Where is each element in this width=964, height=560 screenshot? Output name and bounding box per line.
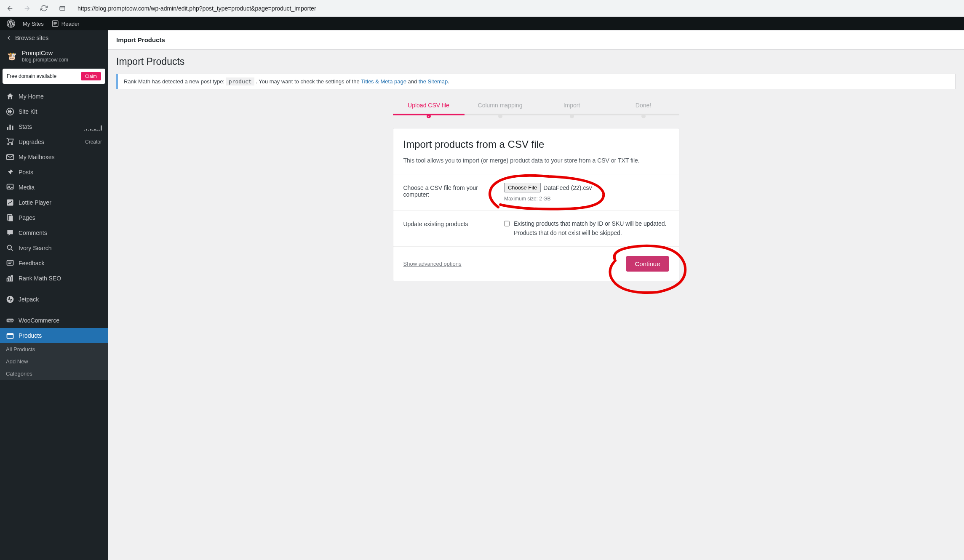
sidebar-item-rank-math-seo[interactable]: Rank Math SEO: [0, 271, 108, 286]
sidebar-item-woocommerce[interactable]: WOOWooCommerce: [0, 313, 108, 328]
sidebar-item-posts[interactable]: Posts: [0, 165, 108, 180]
lottie-icon: [6, 198, 14, 207]
sidebar-item-media[interactable]: Media: [0, 180, 108, 195]
svg-rect-9: [9, 125, 11, 130]
stats-icon: [6, 123, 14, 131]
submenu-add-new[interactable]: Add New: [0, 355, 108, 368]
svg-rect-16: [9, 216, 13, 221]
url-bar[interactable]: https://blog.promptcow.com/wp-admin/edit…: [73, 3, 960, 14]
sidebar-item-label: Products: [19, 332, 102, 339]
claim-domain-button[interactable]: Claim: [81, 72, 101, 80]
step-import: Import: [536, 102, 608, 115]
sidebar-item-products[interactable]: Products: [0, 328, 108, 343]
cart-icon: [6, 138, 14, 146]
toolbar-wp-logo[interactable]: [3, 17, 19, 30]
sidebar-item-label: Feedback: [19, 260, 102, 267]
search-icon: [6, 244, 14, 252]
sidebar-item-label: Lottie Player: [19, 199, 102, 206]
step-upload-csv: Upload CSV file: [393, 102, 465, 115]
update-existing-description: Existing products that match by ID or SK…: [514, 219, 669, 238]
sidebar-item-label: Jetpack: [19, 296, 102, 303]
header-title: Import Products: [116, 36, 956, 43]
media-icon: [6, 183, 14, 192]
sidebar-item-label: Ivory Search: [19, 245, 102, 251]
sidebar-item-label: Comments: [19, 229, 102, 236]
sidebar-item-ivory-search[interactable]: Ivory Search: [0, 240, 108, 256]
rankmath-notice: Rank Math has detected a new post type: …: [116, 74, 956, 89]
sidebar-badge: Creator: [85, 139, 102, 145]
show-advanced-options-link[interactable]: Show advanced options: [403, 261, 462, 267]
sidebar-item-stats[interactable]: Stats: [0, 119, 108, 134]
browser-forward-button[interactable]: [21, 3, 33, 14]
sidebar-item-label: Media: [19, 184, 102, 191]
main-content: Import Products Import Products Rank Mat…: [108, 30, 964, 560]
sidebar-item-label: Upgrades: [19, 139, 81, 145]
svg-line-18: [11, 249, 13, 251]
sidebar-item-label: Rank Math SEO: [19, 275, 102, 282]
domain-upsell-text: Free domain available: [7, 73, 56, 79]
home-icon: [6, 92, 14, 101]
importer-card: Import products from a CSV file This too…: [393, 128, 679, 281]
comment-icon: [6, 229, 14, 237]
feedback-icon: [6, 259, 14, 267]
update-existing-label: Update existing products: [403, 219, 504, 227]
browser-back-button[interactable]: [4, 3, 16, 14]
choose-file-button[interactable]: Choose File: [504, 183, 541, 192]
pages-icon: [6, 213, 14, 222]
step-column-mapping: Column mapping: [465, 102, 536, 115]
svg-rect-10: [12, 126, 13, 130]
svg-rect-19: [7, 260, 13, 265]
svg-rect-0: [60, 6, 65, 10]
submenu-all-products[interactable]: All Products: [0, 343, 108, 355]
svg-text:G: G: [8, 109, 11, 114]
toolbar-reader[interactable]: Reader: [48, 17, 83, 30]
woo-icon: WOO: [6, 316, 14, 325]
mail-icon: [6, 153, 14, 161]
svg-point-22: [7, 296, 14, 303]
stats-sparkline: [84, 123, 102, 131]
products-icon: [6, 331, 14, 340]
sidebar-item-upgrades[interactable]: UpgradesCreator: [0, 134, 108, 149]
domain-upsell-banner: Free domain available Claim: [3, 69, 105, 84]
sidebar-item-site-kit[interactable]: GSite Kit: [0, 104, 108, 119]
svg-rect-8: [7, 127, 8, 130]
sidebar-item-my-home[interactable]: My Home: [0, 89, 108, 104]
site-card[interactable]: 🐮 PromptCow blog.promptcow.com: [0, 45, 108, 67]
browser-chrome: https://blog.promptcow.com/wp-admin/edit…: [0, 0, 964, 17]
wp-admin-toolbar: My Sites Reader: [0, 17, 964, 30]
sidebar-item-pages[interactable]: Pages: [0, 210, 108, 225]
sidebar-item-label: WooCommerce: [19, 317, 102, 324]
site-settings-icon[interactable]: [56, 3, 68, 14]
content-header: Import Products: [108, 30, 964, 50]
sidebar-item-label: Pages: [19, 214, 102, 221]
sitemap-link[interactable]: the Sitemap: [419, 78, 448, 85]
sidebar-item-jetpack[interactable]: Jetpack: [0, 292, 108, 307]
sidebar-item-my-mailboxes[interactable]: My Mailboxes: [0, 149, 108, 165]
sidebar-item-lottie-player[interactable]: Lottie Player: [0, 195, 108, 210]
toolbar-my-sites[interactable]: My Sites: [19, 17, 47, 30]
site-name: PromptCow: [22, 50, 68, 56]
importer-progress-steps: Upload CSV file Column mapping Import Do…: [393, 102, 679, 115]
svg-rect-26: [7, 333, 13, 335]
jetpack-icon: [6, 295, 14, 304]
importer-title: Import products from a CSV file: [403, 139, 669, 150]
choose-file-label: Choose a CSV file from your computer:: [403, 183, 504, 198]
step-done: Done!: [608, 102, 679, 115]
page-title: Import Products: [116, 56, 956, 67]
pin-icon: [6, 168, 14, 176]
titles-meta-link[interactable]: Titles & Meta page: [361, 78, 406, 85]
sidebar-item-feedback[interactable]: Feedback: [0, 256, 108, 271]
browse-sites-link[interactable]: Browse sites: [0, 30, 108, 45]
google-icon: G: [6, 107, 14, 116]
continue-button[interactable]: Continue: [626, 256, 668, 272]
admin-sidebar: Browse sites 🐮 PromptCow blog.promptcow.…: [0, 30, 108, 560]
site-url: blog.promptcow.com: [22, 57, 68, 63]
sidebar-item-label: Posts: [19, 169, 102, 176]
svg-text:WOO: WOO: [7, 319, 14, 322]
submenu-categories[interactable]: Categories: [0, 368, 108, 380]
update-existing-checkbox[interactable]: [504, 220, 510, 227]
sidebar-item-comments[interactable]: Comments: [0, 225, 108, 240]
browser-reload-button[interactable]: [38, 3, 50, 14]
rankmath-icon: [6, 274, 14, 283]
sidebar-item-label: Stats: [19, 123, 80, 130]
